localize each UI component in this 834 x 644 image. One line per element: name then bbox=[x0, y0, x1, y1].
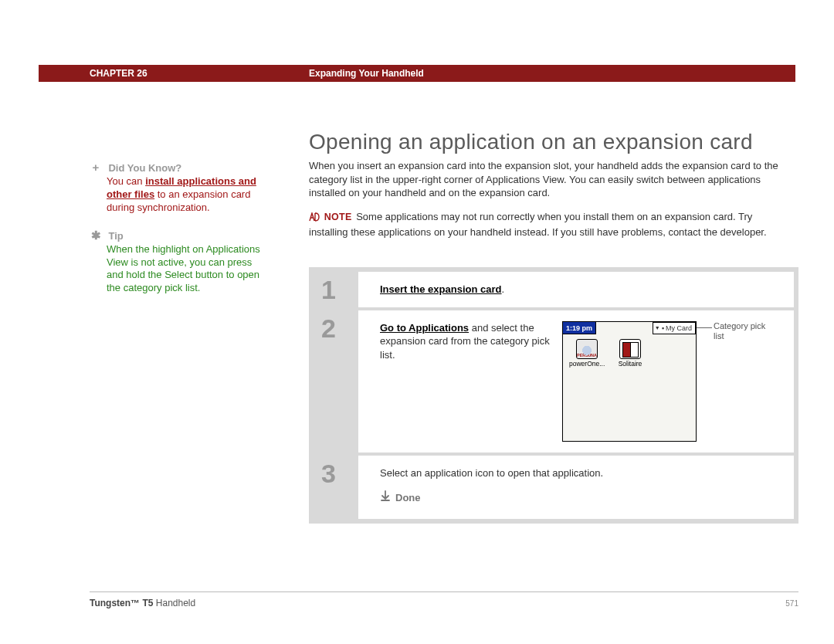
handheld-screenshot: 1:19 pm ▼ ▪ My Card PERS0NAL bbox=[562, 321, 697, 442]
note-text: Some applications may not run correctly … bbox=[309, 211, 767, 238]
done-label: Done bbox=[395, 491, 421, 505]
insert-card-link[interactable]: Insert the expansion card bbox=[380, 283, 502, 295]
category-picklist[interactable]: ▼ ▪ My Card bbox=[653, 322, 696, 334]
note-block: NOTE Some applications may not run corre… bbox=[309, 210, 785, 239]
go-to-applications-link[interactable]: Go to Applications bbox=[380, 322, 469, 334]
asterisk-icon: ✱ bbox=[90, 229, 102, 242]
done-indicator: Done bbox=[380, 490, 783, 505]
header-bar: CHAPTER 26 Expanding Your Handheld bbox=[39, 65, 795, 82]
sidebar: + Did You Know? You can install applicat… bbox=[90, 161, 264, 309]
category-label: My Card bbox=[666, 324, 692, 333]
page-heading: Opening an application on an expansion c… bbox=[309, 130, 753, 154]
step-1-number: 1 bbox=[312, 270, 358, 309]
page-number: 571 bbox=[785, 599, 798, 608]
card-indicator-icon: ▪ bbox=[662, 324, 664, 333]
steps-container: 1 Insert the expansion card. 2 Go to App… bbox=[309, 267, 798, 524]
step-3-body: Select an application icon to open that … bbox=[358, 456, 794, 519]
step-1-tail: . bbox=[502, 283, 505, 295]
callout-label: Category pick list bbox=[714, 321, 775, 341]
manual-page: CHAPTER 26 Expanding Your Handheld Openi… bbox=[0, 0, 834, 644]
footer-product: Tungsten™ T5 Handheld bbox=[90, 598, 195, 608]
step-3-number: 3 bbox=[312, 454, 358, 520]
tip-block: ✱ Tip When the highlight on Applications… bbox=[90, 229, 264, 296]
tip-body: When the highlight on Applications View … bbox=[107, 243, 264, 296]
step-2-number: 2 bbox=[312, 309, 358, 454]
step-2-body: Go to Applications and select the expans… bbox=[358, 310, 794, 452]
screenshot-time: 1:19 pm bbox=[563, 322, 596, 334]
app-powerone-label: powerOne... bbox=[569, 360, 605, 368]
step-3-text: Select an application icon to open that … bbox=[380, 466, 783, 480]
step-2-row: 2 Go to Applications and select the expa… bbox=[312, 309, 795, 454]
did-you-know-title: Did You Know? bbox=[108, 162, 181, 174]
footer-product-bold: Tungsten™ T5 bbox=[90, 598, 153, 608]
down-arrow-icon bbox=[380, 490, 391, 505]
powerone-icon: PERS0NAL bbox=[576, 339, 598, 359]
chapter-label: CHAPTER 26 bbox=[90, 68, 147, 79]
app-powerone[interactable]: PERS0NAL powerOne... bbox=[569, 339, 605, 368]
note-label: NOTE bbox=[324, 212, 352, 222]
step-2-figure: 1:19 pm ▼ ▪ My Card PERS0NAL bbox=[562, 321, 697, 442]
dyk-pre: You can bbox=[107, 175, 145, 187]
step-1-row: 1 Insert the expansion card. bbox=[312, 270, 795, 309]
footer-product-rest: Handheld bbox=[153, 598, 195, 608]
dropdown-triangle-icon: ▼ bbox=[655, 324, 660, 331]
solitaire-icon bbox=[619, 339, 641, 359]
callout-leader-line bbox=[697, 327, 712, 328]
section-title: Expanding Your Handheld bbox=[309, 68, 424, 79]
app-solitaire[interactable]: Solitaire bbox=[612, 339, 648, 368]
did-you-know-block: + Did You Know? You can install applicat… bbox=[90, 161, 264, 215]
intro-paragraph: When you insert an expansion card into t… bbox=[309, 159, 785, 200]
did-you-know-body: You can install applications and other f… bbox=[107, 175, 264, 215]
tip-title: Tip bbox=[108, 230, 123, 242]
step-1-body: Insert the expansion card. bbox=[358, 272, 794, 307]
app-solitaire-label: Solitaire bbox=[619, 360, 642, 368]
footer-rule bbox=[90, 591, 798, 592]
step-2-text: Go to Applications and select the expans… bbox=[380, 321, 550, 362]
plus-icon: + bbox=[90, 161, 102, 174]
note-icon bbox=[309, 212, 320, 225]
step-3-row: 3 Select an application icon to open tha… bbox=[312, 454, 795, 520]
